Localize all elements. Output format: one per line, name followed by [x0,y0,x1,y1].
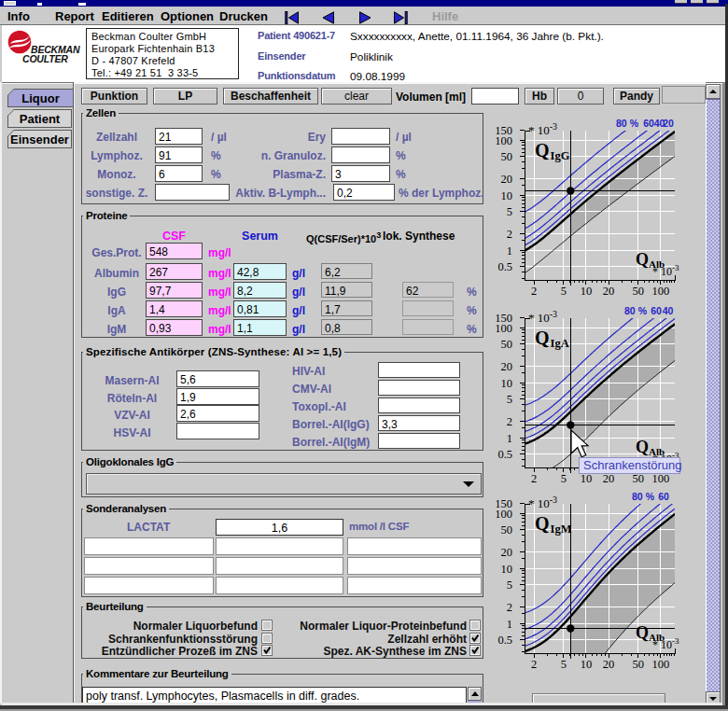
svg-text:1: 1 [507,244,512,258]
svg-text:5: 5 [561,658,567,671]
svg-text:0.5: 0.5 [497,260,512,273]
svg-text:2: 2 [507,228,512,241]
svg-text:* 10-3: * 10-3 [652,636,679,651]
svg-text:QAlb: QAlb [636,250,665,270]
svg-text:150: 150 [495,124,512,137]
svg-text:1: 1 [507,618,512,631]
svg-text:60: 60 [658,491,669,502]
svg-text:150: 150 [495,497,512,510]
svg-text:20: 20 [603,285,615,298]
svg-text:* 10-3: * 10-3 [652,263,679,278]
svg-text:50: 50 [633,658,645,671]
svg-text:40: 40 [663,305,674,316]
svg-text:0.5: 0.5 [497,634,512,647]
svg-text:10: 10 [581,472,593,485]
svg-text:100: 100 [652,472,670,485]
svg-text:50: 50 [501,338,513,351]
svg-text:50: 50 [501,523,513,537]
svg-text:50: 50 [501,150,513,163]
svg-text:5: 5 [561,285,567,298]
svg-text:* 10-3: * 10-3 [528,121,557,137]
svg-text:QIgM: QIgM [535,513,572,536]
svg-text:80 %: 80 % [624,305,648,316]
svg-text:QAlb: QAlb [636,438,665,457]
svg-text:1: 1 [507,432,512,445]
svg-text:100: 100 [652,658,670,671]
svg-text:* 10-3: * 10-3 [528,495,557,510]
svg-text:80 %: 80 % [632,491,655,502]
svg-text:QIgA: QIgA [535,328,569,350]
svg-text:50: 50 [633,285,645,298]
svg-text:20: 20 [501,546,513,559]
svg-text:20: 20 [663,118,674,129]
svg-text:10: 10 [581,285,593,298]
svg-text:10: 10 [501,563,513,576]
svg-text:COULTER: COULTER [22,53,68,64]
svg-text:60: 60 [651,305,662,316]
svg-text:10: 10 [501,189,513,202]
svg-text:20: 20 [501,360,513,373]
svg-text:150: 150 [495,312,512,325]
svg-text:5: 5 [561,472,567,485]
svg-text:80 %: 80 % [616,118,639,129]
svg-text:2: 2 [531,285,537,298]
svg-text:0.5: 0.5 [497,448,512,461]
svg-text:20: 20 [501,173,513,186]
svg-text:QAlb: QAlb [636,623,665,643]
svg-text:2: 2 [531,658,537,671]
svg-text:2: 2 [507,415,512,428]
svg-text:2: 2 [531,472,537,485]
svg-text:10: 10 [581,658,593,671]
svg-text:* 10-3: * 10-3 [528,309,557,325]
svg-text:QIgG: QIgG [535,140,570,162]
svg-text:5: 5 [507,393,512,406]
svg-text:20: 20 [603,472,615,485]
svg-text:10: 10 [501,377,513,390]
svg-text:100: 100 [495,508,512,521]
svg-text:5: 5 [507,579,512,592]
svg-text:5: 5 [507,205,512,218]
svg-text:2: 2 [507,601,512,614]
svg-text:40: 40 [654,118,665,129]
svg-text:100: 100 [495,134,512,147]
svg-text:100: 100 [652,285,670,298]
svg-text:20: 20 [603,658,615,671]
svg-text:50: 50 [633,472,645,485]
svg-text:60: 60 [643,118,654,129]
svg-text:100: 100 [495,322,512,335]
